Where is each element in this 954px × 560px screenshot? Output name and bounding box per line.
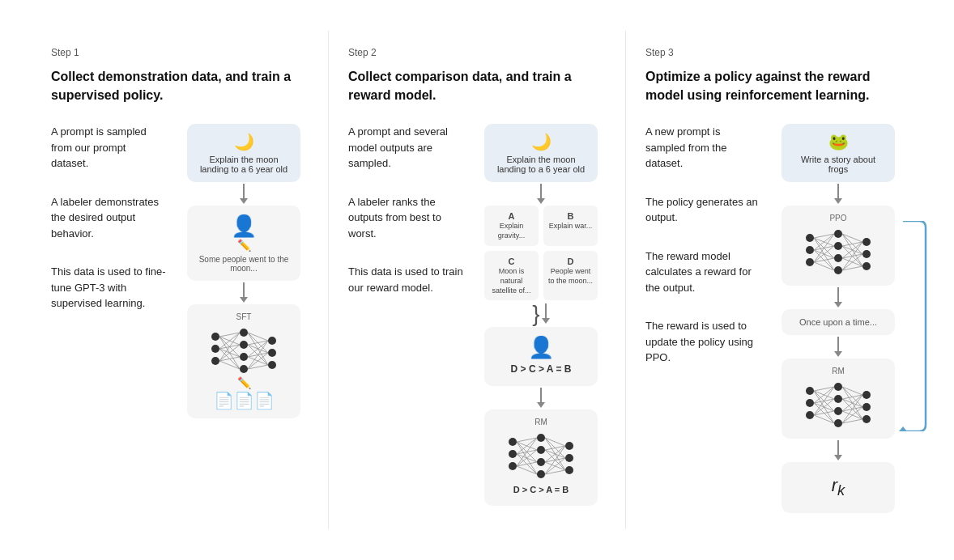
svg-point-43 bbox=[565, 466, 573, 474]
step3-label: Step 3 bbox=[645, 47, 903, 58]
arrow-head-3 bbox=[537, 198, 545, 204]
grid-cell-b: B Explain war... bbox=[543, 206, 598, 246]
arrow-line-7 bbox=[837, 287, 839, 302]
step3-output-box: Once upon a time... bbox=[782, 309, 895, 335]
svg-point-3 bbox=[240, 329, 248, 337]
step3-text-3: The reward model calculates a reward for… bbox=[645, 248, 760, 296]
step1-person-box: 👤 ✏️ Some people went to the moon... bbox=[187, 206, 300, 281]
step2-text-2: A labeler ranks the outputs from best to… bbox=[348, 194, 463, 242]
svg-point-69 bbox=[806, 246, 814, 254]
step3-inner-diagram: 🐸 Write a story about frogs PPO bbox=[773, 124, 903, 512]
arrow3 bbox=[537, 184, 545, 204]
svg-point-68 bbox=[806, 234, 814, 242]
sft-label: SFT bbox=[197, 312, 291, 321]
arrow-head-6 bbox=[834, 198, 842, 204]
svg-point-70 bbox=[806, 258, 814, 266]
grid-label-d: D bbox=[547, 256, 594, 267]
step1-texts: A prompt is sampled from our prompt data… bbox=[51, 124, 166, 312]
grid-label-b: B bbox=[547, 210, 594, 222]
svg-point-110 bbox=[862, 391, 871, 399]
arrow-head bbox=[240, 198, 248, 204]
svg-line-21 bbox=[219, 361, 240, 369]
step1-person-text: Some people went to the moon... bbox=[197, 255, 291, 273]
arrow7 bbox=[834, 287, 842, 308]
step1-text-2: A labeler demonstrates the desired outpu… bbox=[51, 194, 166, 242]
arrow-line-2 bbox=[243, 282, 245, 297]
svg-line-56 bbox=[545, 438, 565, 446]
arrow9 bbox=[834, 440, 842, 460]
step2-column: Step 2 Collect comparison data, and trai… bbox=[329, 31, 626, 528]
step2-rm-box: RM bbox=[484, 409, 598, 506]
person-icon-2: 👤 bbox=[494, 335, 588, 360]
loop-arrow-svg bbox=[899, 221, 927, 431]
arrow5 bbox=[537, 388, 545, 408]
svg-point-103 bbox=[806, 387, 814, 395]
svg-point-74 bbox=[834, 266, 842, 274]
svg-line-125 bbox=[842, 387, 862, 395]
svg-point-36 bbox=[509, 462, 517, 470]
step1-column: Step 1 Collect demonstration data, and t… bbox=[32, 31, 329, 528]
step3-content: A new prompt is sampled from the dataset… bbox=[645, 124, 903, 512]
step1-prompt-box: 🌙 Explain the moon landing to a 6 year o… bbox=[187, 124, 300, 182]
moon-icon: 🌙 bbox=[197, 132, 291, 151]
rk-text: rk bbox=[832, 475, 845, 495]
arrow-line-3 bbox=[540, 184, 542, 198]
step2-diagram: 🌙 Explain the moon landing to a 6 year o… bbox=[476, 124, 606, 506]
grid-cell-a: A Explain gravity... bbox=[484, 206, 539, 246]
svg-line-90 bbox=[842, 234, 862, 242]
arrow2 bbox=[240, 282, 248, 303]
arrow-head-5 bbox=[537, 402, 545, 408]
rm-label: RM bbox=[494, 418, 588, 426]
step2-grid: A Explain gravity... B Explain war... C … bbox=[484, 206, 598, 300]
svg-point-107 bbox=[834, 395, 842, 403]
arrow-line bbox=[243, 184, 245, 198]
moon-icon-2: 🌙 bbox=[494, 132, 588, 151]
svg-point-35 bbox=[509, 450, 517, 458]
svg-point-4 bbox=[240, 341, 248, 349]
grid-label-a: A bbox=[488, 210, 534, 222]
step1-content: A prompt is sampled from our prompt data… bbox=[51, 124, 309, 418]
svg-point-111 bbox=[862, 403, 871, 411]
svg-point-39 bbox=[537, 458, 545, 466]
arrow-line-5 bbox=[540, 388, 542, 402]
step3-rk-box: rk bbox=[782, 462, 895, 512]
main-container: Step 1 Collect demonstration data, and t… bbox=[32, 31, 922, 528]
ppo-label: PPO bbox=[791, 214, 885, 223]
svg-point-75 bbox=[862, 238, 871, 246]
svg-point-0 bbox=[211, 333, 219, 341]
svg-point-104 bbox=[806, 399, 814, 407]
arrow8 bbox=[834, 337, 842, 357]
grid-text-d: People went to the moon... bbox=[548, 267, 593, 285]
sft-neural-svg bbox=[207, 325, 280, 373]
grid-text-b: Explain war... bbox=[549, 222, 593, 230]
arrow-line-8 bbox=[837, 337, 839, 351]
svg-point-73 bbox=[834, 254, 842, 262]
svg-point-108 bbox=[834, 407, 842, 415]
svg-point-77 bbox=[862, 262, 871, 270]
svg-line-55 bbox=[517, 466, 537, 474]
arrow-head-8 bbox=[834, 351, 842, 357]
svg-point-106 bbox=[834, 383, 842, 391]
step3-prompt-text: Write a story about frogs bbox=[791, 155, 885, 174]
svg-point-6 bbox=[240, 365, 248, 373]
brace-icon: } bbox=[532, 303, 539, 325]
pencil-icon: ✏️ bbox=[197, 239, 291, 252]
svg-point-7 bbox=[268, 337, 276, 345]
step2-text-3: This data is used to train our reward mo… bbox=[348, 264, 463, 295]
step1-title: Collect demonstration data, and train a … bbox=[51, 68, 309, 104]
step1-sft-box: SFT bbox=[187, 304, 300, 418]
docs-icon: 📄📄📄 bbox=[197, 391, 291, 410]
svg-point-41 bbox=[565, 442, 573, 450]
grid-text-a: Explain gravity... bbox=[498, 222, 525, 240]
step2-model-ranking: D > C > A = B bbox=[494, 485, 588, 494]
svg-point-105 bbox=[806, 411, 814, 419]
svg-point-9 bbox=[268, 361, 276, 369]
svg-point-34 bbox=[509, 438, 517, 446]
svg-line-22 bbox=[248, 333, 268, 341]
svg-line-89 bbox=[814, 262, 834, 270]
grid-cell-c: C Moon is natural satellite of... bbox=[484, 251, 539, 300]
arrow1 bbox=[240, 184, 248, 204]
svg-marker-102 bbox=[899, 426, 907, 431]
step1-label: Step 1 bbox=[51, 47, 309, 58]
step2-text-1: A prompt and several model outputs are s… bbox=[348, 124, 463, 172]
